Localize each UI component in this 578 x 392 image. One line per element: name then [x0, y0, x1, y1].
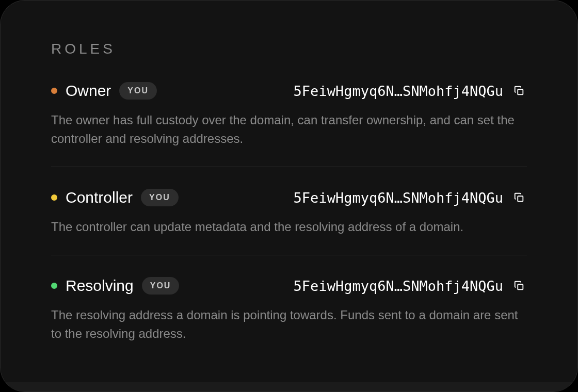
role-header: Controller YOU 5FeiwHgmyq6N…SNMohfj4NQGu — [51, 189, 527, 206]
role-right: 5FeiwHgmyq6N…SNMohfj4NQGu — [294, 278, 527, 294]
svg-rect-1 — [518, 196, 523, 201]
copy-icon — [513, 85, 525, 96]
copy-button[interactable] — [511, 278, 527, 293]
role-controller: Controller YOU 5FeiwHgmyq6N…SNMohfj4NQGu… — [51, 189, 527, 255]
owner-dot-icon — [51, 88, 57, 94]
role-name: Owner — [66, 82, 111, 100]
you-badge: YOU — [142, 277, 180, 295]
controller-dot-icon — [51, 194, 57, 201]
roles-card: ROLES Owner YOU 5FeiwHgmyq6N…SNMohfj4NQG… — [0, 0, 578, 392]
resolving-dot-icon — [51, 283, 57, 289]
role-header: Owner YOU 5FeiwHgmyq6N…SNMohfj4NQGu — [51, 82, 527, 100]
section-title: ROLES — [51, 41, 527, 57]
svg-rect-2 — [518, 284, 523, 289]
controller-address: 5FeiwHgmyq6N…SNMohfj4NQGu — [294, 190, 503, 206]
role-resolving: Resolving YOU 5FeiwHgmyq6N…SNMohfj4NQGu … — [51, 277, 527, 362]
role-description: The controller can update metadata and t… — [51, 218, 527, 236]
copy-button[interactable] — [511, 83, 527, 99]
role-name: Resolving — [66, 277, 134, 295]
role-left: Owner YOU — [51, 82, 157, 100]
role-left: Resolving YOU — [51, 277, 179, 295]
you-badge: YOU — [141, 189, 179, 206]
role-right: 5FeiwHgmyq6N…SNMohfj4NQGu — [294, 190, 527, 206]
card-body: ROLES Owner YOU 5FeiwHgmyq6N…SNMohfj4NQG… — [1, 1, 577, 382]
you-badge: YOU — [119, 82, 157, 100]
learn-more-link[interactable]: LEARN MORE IN OUR DOCS — [1, 382, 577, 392]
role-description: The resolving address a domain is pointi… — [51, 306, 527, 343]
role-left: Controller YOU — [51, 189, 179, 206]
svg-rect-0 — [518, 89, 523, 94]
role-right: 5FeiwHgmyq6N…SNMohfj4NQGu — [294, 83, 527, 99]
role-description: The owner has full custody over the doma… — [51, 111, 527, 148]
role-owner: Owner YOU 5FeiwHgmyq6N…SNMohfj4NQGu The … — [51, 82, 527, 167]
role-header: Resolving YOU 5FeiwHgmyq6N…SNMohfj4NQGu — [51, 277, 527, 295]
role-name: Controller — [66, 189, 133, 206]
copy-icon — [513, 192, 525, 203]
copy-button[interactable] — [511, 190, 527, 205]
resolving-address: 5FeiwHgmyq6N…SNMohfj4NQGu — [294, 278, 503, 294]
divider — [51, 167, 527, 167]
owner-address: 5FeiwHgmyq6N…SNMohfj4NQGu — [294, 83, 503, 99]
copy-icon — [513, 280, 525, 291]
divider — [51, 255, 527, 255]
